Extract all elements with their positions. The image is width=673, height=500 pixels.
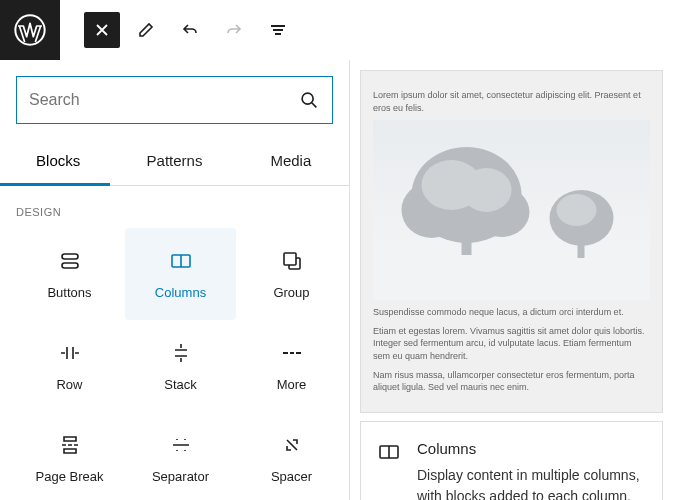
list-view-icon bbox=[268, 20, 288, 40]
svg-point-15 bbox=[462, 168, 512, 212]
group-icon bbox=[280, 249, 304, 273]
search-field[interactable] bbox=[16, 76, 333, 124]
close-inserter-button[interactable] bbox=[84, 12, 120, 48]
svg-rect-2 bbox=[62, 254, 78, 259]
undo-button[interactable] bbox=[172, 12, 208, 48]
block-preview: Lorem ipsum dolor sit amet, consectetur … bbox=[360, 70, 663, 413]
search-icon bbox=[298, 89, 320, 111]
block-item-columns[interactable]: Columns bbox=[125, 228, 236, 320]
block-info-description: Display content in multiple columns, wit… bbox=[417, 465, 646, 500]
spacer-icon bbox=[280, 433, 304, 457]
block-inserter-panel: Blocks Patterns Media Design Buttons Col… bbox=[0, 60, 350, 500]
search-input[interactable] bbox=[29, 91, 298, 109]
svg-point-0 bbox=[15, 15, 44, 44]
svg-rect-3 bbox=[62, 263, 78, 268]
block-item-page-break[interactable]: Page Break bbox=[14, 412, 125, 500]
preview-image bbox=[373, 120, 650, 300]
block-item-buttons[interactable]: Buttons bbox=[14, 228, 125, 320]
buttons-icon bbox=[58, 249, 82, 273]
editor-canvas: Lorem ipsum dolor sit amet, consectetur … bbox=[350, 60, 673, 500]
block-item-spacer[interactable]: Spacer bbox=[236, 412, 347, 500]
preview-text: Nam risus massa, ullamcorper consectetur… bbox=[373, 369, 650, 394]
page-break-icon bbox=[58, 433, 82, 457]
svg-point-1 bbox=[302, 93, 313, 104]
block-item-separator[interactable]: Separator bbox=[125, 412, 236, 500]
pencil-icon bbox=[136, 20, 156, 40]
block-info-title: Columns bbox=[417, 440, 646, 457]
preview-text: Etiam et egestas lorem. Vivamus sagittis… bbox=[373, 325, 650, 363]
block-item-row[interactable]: Row bbox=[14, 320, 125, 412]
wordpress-icon bbox=[14, 14, 46, 46]
close-icon bbox=[92, 20, 112, 40]
document-overview-button[interactable] bbox=[260, 12, 296, 48]
separator-icon bbox=[169, 433, 193, 457]
edit-tool-button[interactable] bbox=[128, 12, 164, 48]
tab-patterns[interactable]: Patterns bbox=[116, 140, 232, 185]
columns-icon bbox=[169, 249, 193, 273]
blocks-list: Design Buttons Columns Group bbox=[0, 186, 349, 500]
redo-icon bbox=[224, 20, 244, 40]
block-item-group[interactable]: Group bbox=[236, 228, 347, 320]
more-icon bbox=[280, 341, 304, 365]
block-info-card: Columns Display content in multiple colu… bbox=[360, 421, 663, 500]
top-toolbar bbox=[0, 0, 673, 60]
block-item-stack[interactable]: Stack bbox=[125, 320, 236, 412]
svg-rect-11 bbox=[462, 215, 472, 255]
svg-rect-13 bbox=[578, 230, 585, 258]
preview-text: Suspendisse commodo neque lacus, a dictu… bbox=[373, 306, 650, 319]
inserter-tabs: Blocks Patterns Media bbox=[0, 140, 349, 186]
undo-icon bbox=[180, 20, 200, 40]
tab-blocks[interactable]: Blocks bbox=[0, 140, 116, 185]
svg-point-16 bbox=[557, 194, 597, 226]
tab-media[interactable]: Media bbox=[233, 140, 349, 185]
svg-rect-7 bbox=[373, 245, 650, 300]
block-item-more[interactable]: More bbox=[236, 320, 347, 412]
columns-icon bbox=[377, 440, 401, 464]
svg-rect-5 bbox=[284, 253, 296, 265]
stack-icon bbox=[169, 341, 193, 365]
redo-button bbox=[216, 12, 252, 48]
wordpress-logo[interactable] bbox=[0, 0, 60, 60]
preview-text: Lorem ipsum dolor sit amet, consectetur … bbox=[373, 89, 650, 114]
row-icon bbox=[58, 341, 82, 365]
section-heading: Design bbox=[14, 206, 347, 218]
